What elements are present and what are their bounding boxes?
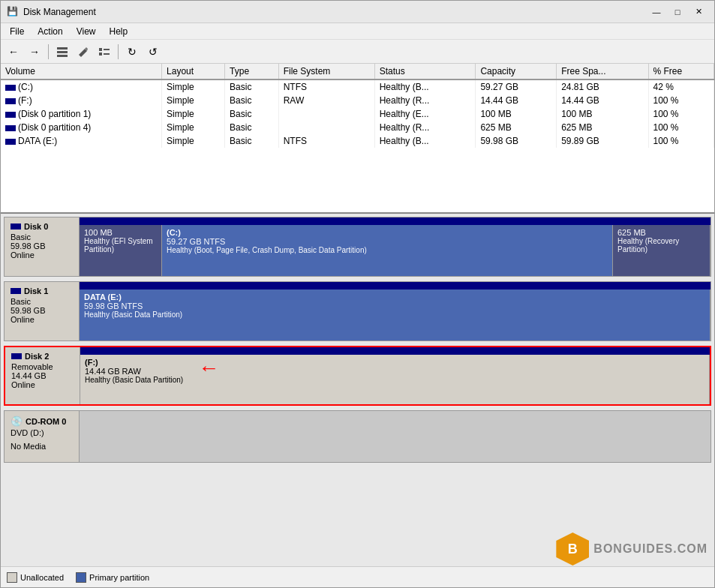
row-free: 59.89 GB <box>557 134 648 148</box>
row-fs <box>278 121 374 134</box>
legend-primary: Primary partition <box>76 572 149 583</box>
menu-view[interactable]: View <box>71 25 102 38</box>
menu-help[interactable]: Help <box>104 25 134 38</box>
volume-table: Volume Layout Type File System Status Ca… <box>1 64 714 148</box>
row-free: 14.44 GB <box>557 94 648 107</box>
minimize-button[interactable]: — <box>647 4 666 20</box>
row-volume: DATA (E:) <box>1 134 162 148</box>
disk0-partition-recovery[interactable]: 625 MB Healthy (Recovery Partition) <box>613 225 710 276</box>
col-filesystem[interactable]: File System <box>278 64 374 80</box>
disk2-row[interactable]: Disk 2 Removable 14.44 GB Online (F:) <box>4 346 711 406</box>
legend-unalloc-box <box>7 572 17 583</box>
disk2-name: Disk 2 <box>11 352 74 361</box>
disk0-partition-main[interactable]: (C:) 59.27 GB NTFS Healthy (Boot, Page F… <box>162 225 613 276</box>
volume-list[interactable]: Volume Layout Type File System Status Ca… <box>1 64 714 214</box>
row-status: Healthy (E... <box>374 107 476 121</box>
legend-unalloc-label: Unallocated <box>20 573 64 582</box>
menu-action[interactable]: Action <box>32 25 68 38</box>
table-row[interactable]: (C:) Simple Basic NTFS Healthy (B... 59.… <box>1 80 714 94</box>
undo-button[interactable]: ↺ <box>143 43 163 61</box>
maximize-button[interactable]: □ <box>668 4 687 20</box>
disk0-efi-size: 100 MB <box>84 228 157 237</box>
svg-rect-2 <box>57 55 68 57</box>
disk0-parts-row: 100 MB Healthy (EFI System Partition) (C… <box>80 225 710 276</box>
col-free[interactable]: Free Spa... <box>557 64 648 80</box>
col-status[interactable]: Status <box>374 64 476 80</box>
row-layout: Simple <box>162 134 225 148</box>
svg-rect-6 <box>104 53 110 55</box>
table-row[interactable]: (Disk 0 partition 1) Simple Basic Health… <box>1 107 714 121</box>
col-type[interactable]: Type <box>225 64 279 80</box>
edit-button[interactable] <box>74 43 93 61</box>
disk0-row[interactable]: Disk 0 Basic 59.98 GB Online 100 MB Heal… <box>4 217 711 277</box>
details-button[interactable] <box>95 43 114 61</box>
title-bar-left: 💾 Disk Management <box>7 6 96 18</box>
back-button[interactable]: ← <box>4 43 23 61</box>
table-row[interactable]: (Disk 0 partition 4) Simple Basic Health… <box>1 121 714 134</box>
legend-unallocated: Unallocated <box>7 572 64 583</box>
row-status: Healthy (R... <box>374 94 476 107</box>
disk-management-window: 💾 Disk Management — □ ✕ File Action View… <box>0 0 715 588</box>
svg-rect-3 <box>99 48 102 51</box>
disk2-partitions: (F:) 14.44 GB RAW Healthy (Basic Data Pa… <box>80 347 710 404</box>
row-type: Basic <box>225 94 279 107</box>
disk1-row[interactable]: Disk 1 Basic 59.98 GB Online DATA (E:) 5… <box>4 281 711 341</box>
disk0-recovery-status: Healthy (Recovery Partition) <box>617 237 705 254</box>
status-bar: Unallocated Primary partition <box>1 566 714 587</box>
list-view-button[interactable] <box>53 43 72 61</box>
disk1-parts-row: DATA (E:) 59.98 GB NTFS Healthy (Basic D… <box>80 290 710 340</box>
toolbar-separator-2 <box>118 44 119 59</box>
disk1-data-size: 59.98 GB NTFS <box>84 302 705 310</box>
disk1-bar <box>80 282 710 290</box>
row-type: Basic <box>225 134 279 148</box>
row-capacity: 625 MB <box>476 121 557 134</box>
watermark-hex: B <box>556 532 589 566</box>
row-pct: 100 % <box>648 134 713 148</box>
row-fs: RAW <box>278 94 374 107</box>
refresh-button[interactable]: ↻ <box>122 43 142 61</box>
col-layout[interactable]: Layout <box>162 64 225 80</box>
disk2-removable-name: (F:) <box>85 358 183 367</box>
disk0-status: Online <box>11 250 73 260</box>
table-row[interactable]: (F:) Simple Basic RAW Healthy (R... 14.4… <box>1 94 714 107</box>
row-layout: Simple <box>162 107 225 121</box>
row-pct: 100 % <box>648 121 713 134</box>
row-capacity: 59.98 GB <box>476 134 557 148</box>
svg-rect-0 <box>57 47 68 50</box>
row-free: 100 MB <box>557 107 648 121</box>
col-pctfree[interactable]: % Free <box>648 64 713 80</box>
disk0-main-size: 59.27 GB NTFS <box>167 237 608 246</box>
disk2-status: Online <box>11 380 74 389</box>
cdrom0-media: No Media <box>11 442 73 451</box>
legend-primary-box <box>76 572 86 583</box>
cdrom0-type: DVD (D:) <box>11 428 73 437</box>
close-button[interactable]: ✕ <box>689 4 708 20</box>
menu-file[interactable]: File <box>4 25 30 38</box>
row-capacity: 14.44 GB <box>476 94 557 107</box>
arrow-icon: ← <box>198 358 219 379</box>
disk0-main-name: (C:) <box>167 228 608 237</box>
row-pct: 100 % <box>648 107 713 121</box>
disk0-name: Disk 0 <box>11 222 73 231</box>
table-row[interactable]: DATA (E:) Simple Basic NTFS Healthy (B..… <box>1 134 714 148</box>
cdrom0-partitions <box>80 411 710 462</box>
disk2-partition-removable[interactable]: (F:) 14.44 GB RAW Healthy (Basic Data Pa… <box>80 355 710 404</box>
disk0-partition-efi[interactable]: 100 MB Healthy (EFI System Partition) <box>80 225 162 276</box>
disk0-efi-status: Healthy (EFI System Partition) <box>84 237 157 254</box>
row-capacity: 59.27 GB <box>476 80 557 94</box>
cdrom0-row[interactable]: 💿 CD-ROM 0 DVD (D:) No Media <box>4 410 711 463</box>
col-volume[interactable]: Volume <box>1 64 162 80</box>
content-area: Volume Layout Type File System Status Ca… <box>1 64 714 566</box>
disk2-parts-row: (F:) 14.44 GB RAW Healthy (Basic Data Pa… <box>80 355 710 404</box>
disk1-partition-data[interactable]: DATA (E:) 59.98 GB NTFS Healthy (Basic D… <box>80 290 710 340</box>
svg-rect-1 <box>57 51 68 53</box>
forward-button[interactable]: → <box>25 43 44 61</box>
watermark: B BONGUIDES.COM <box>556 532 707 566</box>
disk1-icon <box>11 288 21 294</box>
col-capacity[interactable]: Capacity <box>476 64 557 80</box>
disk0-main-status: Healthy (Boot, Page File, Crash Dump, Ba… <box>167 246 608 254</box>
row-layout: Simple <box>162 121 225 134</box>
disk-map: Disk 0 Basic 59.98 GB Online 100 MB Heal… <box>1 214 714 566</box>
disk2-size: 14.44 GB <box>11 371 74 380</box>
row-layout: Simple <box>162 94 225 107</box>
